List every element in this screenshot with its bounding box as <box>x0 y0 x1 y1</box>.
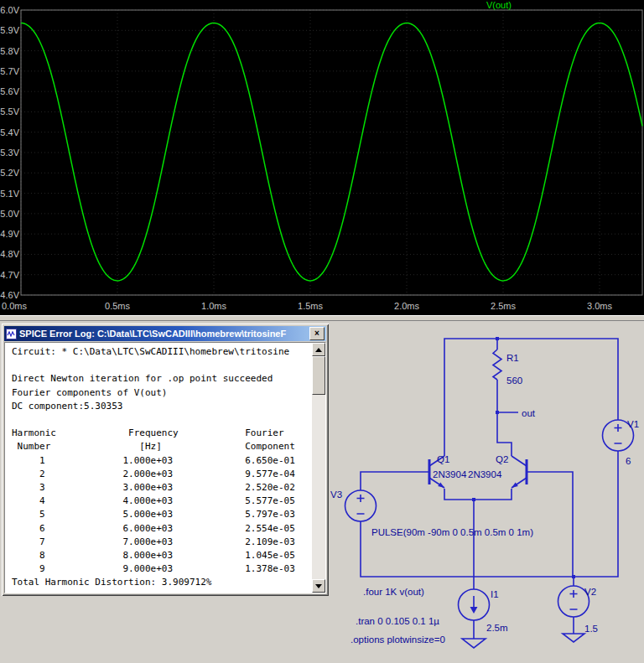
voltage-source-V1[interactable]: V1 6 <box>603 419 640 466</box>
plot-border <box>21 10 642 295</box>
svg-text:out: out <box>522 408 536 418</box>
ground-icon <box>563 634 584 642</box>
y-tick-label: 5.8V <box>0 46 19 56</box>
x-tick-label: 0.0ms <box>2 301 27 311</box>
v1-polarity-icon <box>615 424 622 443</box>
y-tick-label: 5.6V <box>0 86 19 96</box>
waveform-plot[interactable]: 6.0V5.9V5.8V5.7V5.6V5.5V5.4V5.3V5.2V5.1V… <box>0 0 644 315</box>
junction-dots <box>472 337 575 578</box>
y-tick-label: 5.1V <box>0 189 19 199</box>
v3-polarity-icon <box>357 495 365 514</box>
v1-value[interactable]: 6 <box>626 456 631 466</box>
scroll-up-icon <box>315 348 322 352</box>
scroll-down-button[interactable] <box>312 579 325 593</box>
y-tick-label: 6.0V <box>0 5 19 15</box>
schematic-pane[interactable]: R1 560 Q1 2N3904 Q2 2N3904 V3 <box>0 321 644 663</box>
spice-directives[interactable]: .four 1K v(out) .tran 0 0.105 0.1 1µ .op… <box>351 587 445 645</box>
i1-value[interactable]: 2.5m <box>486 623 508 633</box>
y-tick-label: 5.3V <box>0 148 19 158</box>
log-text: Circuit: * C:\Data\LTC\SwCADIII\homebrew… <box>5 343 325 590</box>
ground-symbols <box>462 634 584 648</box>
q2-model[interactable]: 2N3904 <box>468 469 502 479</box>
y-tick-label: 4.7V <box>0 270 19 280</box>
q2-name[interactable]: Q2 <box>496 454 508 464</box>
ltspice-window: 6.0V5.9V5.8V5.7V5.6V5.5V5.4V5.3V5.2V5.1V… <box>0 0 644 663</box>
y-tick-label: 5.7V <box>0 66 19 76</box>
y-tick-label: 5.9V <box>0 25 19 35</box>
q1-emitter-arrow-icon <box>438 483 444 489</box>
v1-name[interactable]: V1 <box>627 419 639 429</box>
net-label-out[interactable]: out <box>522 408 536 418</box>
v3-value[interactable]: PULSE(90m -90m 0 0.5m 0.5m 0 1m) <box>371 527 533 537</box>
waveform-pane[interactable]: 6.0V5.9V5.8V5.7V5.6V5.5V5.4V5.3V5.2V5.1V… <box>0 0 644 315</box>
directive-tran[interactable]: .tran 0 0.105 0.1 1µ <box>356 616 439 626</box>
transistor-Q1[interactable]: Q1 2N3904 <box>418 454 467 488</box>
spice-error-log-window: SPICE Error Log: C:\Data\LTC\SwCADIII\ho… <box>2 324 329 596</box>
v2-value[interactable]: 1.5 <box>584 624 598 634</box>
scroll-up-button[interactable] <box>312 343 325 356</box>
directive-options[interactable]: .options plotwinsize=0 <box>351 635 445 645</box>
y-tick-label: 5.2V <box>0 168 19 178</box>
close-button[interactable]: × <box>309 327 325 340</box>
spice-error-log-icon <box>6 329 17 339</box>
y-tick-label: 5.0V <box>0 209 19 219</box>
r1-name[interactable]: R1 <box>506 353 519 363</box>
transistor-Q2[interactable]: Q2 2N3904 <box>468 454 527 488</box>
x-tick-label: 1.5ms <box>298 301 323 311</box>
window-titlebar[interactable]: SPICE Error Log: C:\Data\LTC\SwCADIII\ho… <box>4 326 326 341</box>
r1-value[interactable]: 560 <box>506 376 522 386</box>
window-title: SPICE Error Log: C:\Data\LTC\SwCADIII\ho… <box>19 329 307 339</box>
y-tick-label: 5.5V <box>0 106 19 117</box>
q1-name[interactable]: Q1 <box>437 454 449 464</box>
scrollbar-thumb[interactable] <box>312 356 325 395</box>
vout-trace[interactable] <box>21 23 642 281</box>
i1-name[interactable]: I1 <box>491 589 499 599</box>
x-tick-label: 1.0ms <box>201 301 226 311</box>
y-tick-label: 4.6V <box>0 290 19 300</box>
q2-emitter-arrow-icon <box>512 483 518 489</box>
ground-icon <box>462 639 486 648</box>
v2-polarity-icon <box>570 590 578 609</box>
i1-arrowhead-icon <box>470 607 478 614</box>
y-tick-label: 5.4V <box>0 127 19 137</box>
x-tick-label: 3.0ms <box>587 301 612 311</box>
voltage-source-V2[interactable]: V2 1.5 <box>558 586 599 634</box>
x-tick-label: 0.5ms <box>105 301 130 311</box>
scroll-down-icon <box>315 584 322 588</box>
v2-name[interactable]: V2 <box>584 587 596 597</box>
q1-model[interactable]: 2N3904 <box>433 469 467 479</box>
x-tick-label: 2.0ms <box>394 301 419 311</box>
x-tick-label: 2.5ms <box>491 301 516 311</box>
log-client-area: Circuit: * C:\Data\LTC\SwCADIII\homebrew… <box>4 342 326 593</box>
trace-legend[interactable]: V(out) <box>486 0 512 10</box>
vertical-scrollbar[interactable] <box>312 343 325 593</box>
v3-name[interactable]: V3 <box>330 489 342 500</box>
y-tick-label: 4.8V <box>0 249 19 259</box>
current-source-I1[interactable]: I1 2.5m <box>459 589 508 633</box>
pane-splitter[interactable] <box>0 315 644 321</box>
y-tick-label: 4.9V <box>0 229 19 239</box>
directive-four[interactable]: .four 1K v(out) <box>363 587 424 597</box>
